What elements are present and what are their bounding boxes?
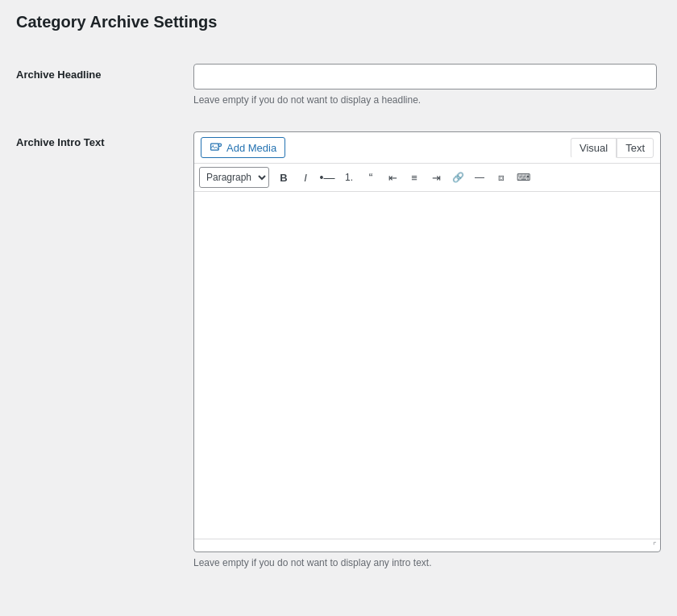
italic-icon: I (304, 172, 307, 184)
editor-resize-handle[interactable]: ⌜ (194, 539, 660, 551)
blockquote-icon: “ (369, 171, 373, 184)
italic-button[interactable]: I (295, 167, 316, 188)
archive-headline-row: Archive Headline Leave empty if you do n… (16, 54, 661, 115)
bold-icon: B (280, 172, 287, 184)
link-button[interactable]: 🔗 (447, 167, 468, 188)
toolbar-toggle-icon: ⌨ (517, 172, 530, 183)
align-center-icon: ≡ (411, 172, 417, 184)
fullscreen-icon: ⧈ (498, 172, 505, 183)
editor-toolbar: Paragraph B I •— 1. “ (194, 164, 660, 192)
tab-text[interactable]: Text (617, 138, 654, 158)
editor-top-bar: Add Media Visual Text (194, 132, 660, 164)
archive-headline-hint: Leave empty if you do not want to displa… (193, 94, 661, 106)
archive-headline-field-content: Leave empty if you do not want to displa… (193, 64, 661, 106)
editor-tabs: Visual Text (571, 138, 654, 158)
unordered-list-icon: •— (320, 171, 335, 184)
archive-headline-input[interactable] (193, 64, 657, 89)
align-left-button[interactable]: ⇤ (382, 167, 403, 188)
tab-visual[interactable]: Visual (571, 138, 617, 158)
settings-container: Category Archive Settings Archive Headli… (0, 0, 677, 591)
toolbar-toggle-button[interactable]: ⌨ (513, 167, 534, 188)
align-right-icon: ⇥ (432, 172, 441, 184)
add-media-button[interactable]: Add Media (201, 137, 285, 158)
editor-body[interactable] (194, 192, 660, 539)
paragraph-select[interactable]: Paragraph (199, 167, 269, 188)
add-media-icon (210, 141, 222, 154)
unordered-list-button[interactable]: •— (317, 167, 338, 188)
align-right-button[interactable]: ⇥ (426, 167, 446, 188)
horizontal-rule-button[interactable]: ― (469, 167, 490, 188)
ordered-list-button[interactable]: 1. (338, 167, 359, 188)
editor-wrapper: Add Media Visual Text Paragraph B (193, 131, 661, 552)
archive-headline-label: Archive Headline (16, 64, 193, 81)
archive-intro-text-row: Archive Intro Text Add Media (16, 122, 661, 578)
archive-intro-text-field-content: Add Media Visual Text Paragraph B (193, 131, 661, 568)
align-center-button[interactable]: ≡ (404, 167, 425, 188)
link-icon: 🔗 (452, 172, 464, 183)
page-title: Category Archive Settings (16, 13, 661, 38)
archive-intro-text-hint: Leave empty if you do not want to displa… (193, 557, 661, 568)
ordered-list-icon: 1. (345, 172, 353, 183)
horizontal-rule-icon: ― (475, 172, 484, 183)
align-left-icon: ⇤ (388, 172, 397, 184)
fullscreen-button[interactable]: ⧈ (491, 167, 512, 188)
bold-button[interactable]: B (273, 167, 294, 188)
add-media-label: Add Media (226, 142, 276, 154)
archive-intro-text-label: Archive Intro Text (16, 131, 193, 148)
blockquote-button[interactable]: “ (360, 167, 381, 188)
